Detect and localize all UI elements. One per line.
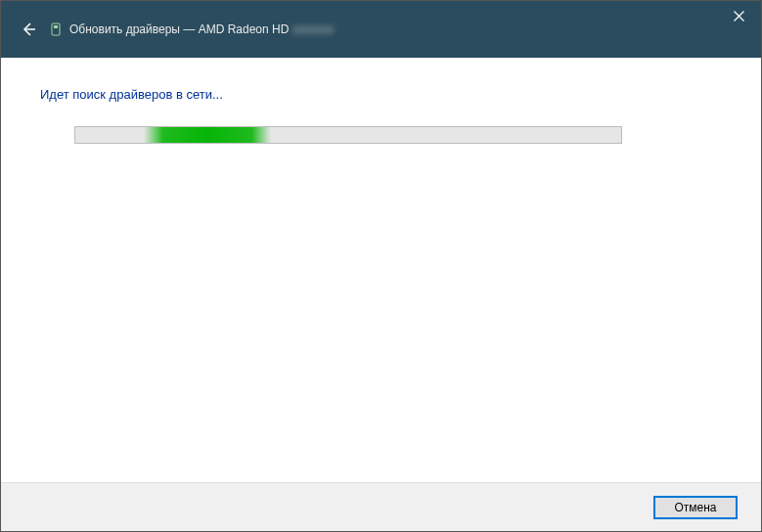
- svg-rect-0: [52, 23, 60, 35]
- back-button[interactable]: [19, 20, 38, 39]
- svg-rect-1: [54, 25, 58, 28]
- footer: Отмена: [1, 482, 761, 531]
- cancel-button[interactable]: Отмена: [653, 496, 738, 519]
- progress-fill: [144, 127, 271, 143]
- close-button[interactable]: [716, 1, 761, 30]
- driver-update-dialog: Обновить драйверы — AMD Radeon HD xxxxxx…: [0, 0, 762, 532]
- window-title: Обновить драйверы — AMD Radeon HD xxxxxx…: [69, 22, 334, 36]
- content-area: Идет поиск драйверов в сети...: [1, 58, 761, 482]
- close-icon: [734, 11, 744, 22]
- progress-bar: [74, 126, 622, 144]
- status-text: Идет поиск драйверов в сети...: [40, 87, 722, 102]
- device-name: AMD Radeon HD: [199, 22, 290, 36]
- arrow-left-icon: [21, 22, 36, 37]
- title-prefix: Обновить драйверы —: [69, 22, 195, 36]
- device-icon: [48, 22, 64, 37]
- device-suffix: xxxxxxx: [292, 22, 334, 36]
- titlebar: Обновить драйверы — AMD Radeon HD xxxxxx…: [1, 1, 761, 58]
